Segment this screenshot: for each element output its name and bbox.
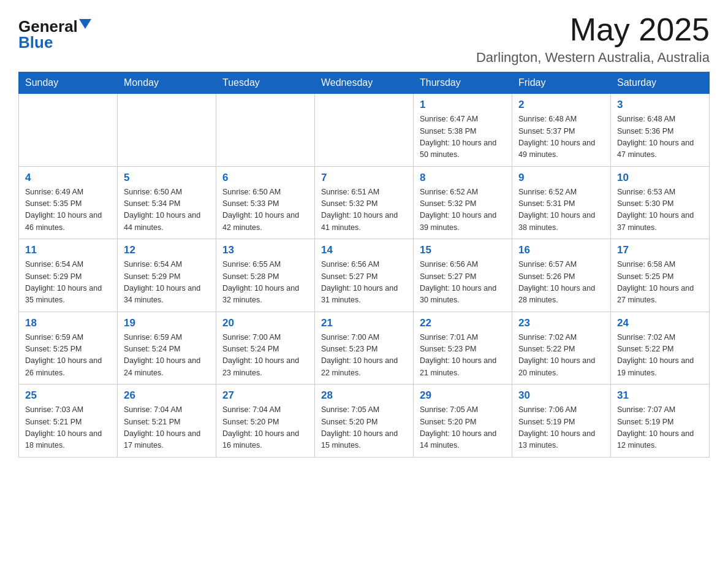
day-number: 30 [518,389,604,402]
month-title: May 2025 [476,12,710,47]
day-info: Sunrise: 7:02 AM Sunset: 5:22 PM Dayligh… [617,332,703,380]
logo: General Blue [18,18,91,50]
calendar-cell: 22Sunrise: 7:01 AM Sunset: 5:23 PM Dayli… [414,312,512,385]
calendar-week-row: 1Sunrise: 6:47 AM Sunset: 5:38 PM Daylig… [19,94,710,167]
calendar-cell: 13Sunrise: 6:55 AM Sunset: 5:28 PM Dayli… [216,239,315,312]
day-number: 5 [124,172,210,184]
day-info: Sunrise: 7:03 AM Sunset: 5:21 PM Dayligh… [25,404,111,452]
calendar-week-row: 18Sunrise: 6:59 AM Sunset: 5:25 PM Dayli… [19,312,710,385]
calendar-cell: 16Sunrise: 6:57 AM Sunset: 5:26 PM Dayli… [512,239,611,312]
day-info: Sunrise: 7:06 AM Sunset: 5:19 PM Dayligh… [518,404,604,452]
day-info: Sunrise: 6:49 AM Sunset: 5:35 PM Dayligh… [25,186,111,234]
day-number: 24 [617,317,703,329]
day-info: Sunrise: 6:50 AM Sunset: 5:33 PM Dayligh… [222,186,308,234]
calendar-cell: 24Sunrise: 7:02 AM Sunset: 5:22 PM Dayli… [611,312,710,385]
day-number: 19 [124,317,210,329]
calendar-cell [19,94,118,167]
day-number: 10 [617,172,703,184]
day-info: Sunrise: 7:00 AM Sunset: 5:23 PM Dayligh… [321,332,407,380]
day-number: 28 [321,389,407,402]
day-info: Sunrise: 7:04 AM Sunset: 5:21 PM Dayligh… [124,404,210,452]
day-number: 27 [222,389,308,402]
calendar-week-row: 4Sunrise: 6:49 AM Sunset: 5:35 PM Daylig… [19,166,710,239]
day-info: Sunrise: 7:00 AM Sunset: 5:24 PM Dayligh… [222,332,308,380]
calendar-table: SundayMondayTuesdayWednesdayThursdayFrid… [18,72,710,458]
day-number: 8 [420,172,506,184]
calendar-cell: 11Sunrise: 6:54 AM Sunset: 5:29 PM Dayli… [19,239,118,312]
calendar-cell: 1Sunrise: 6:47 AM Sunset: 5:38 PM Daylig… [414,94,512,167]
location-title: Darlington, Western Australia, Australia [476,50,710,66]
calendar-cell: 7Sunrise: 6:51 AM Sunset: 5:32 PM Daylig… [315,166,414,239]
calendar-cell: 12Sunrise: 6:54 AM Sunset: 5:29 PM Dayli… [118,239,216,312]
day-info: Sunrise: 7:05 AM Sunset: 5:20 PM Dayligh… [420,404,506,452]
day-number: 3 [617,99,703,111]
calendar-cell: 21Sunrise: 7:00 AM Sunset: 5:23 PM Dayli… [315,312,414,385]
calendar-header-row: SundayMondayTuesdayWednesdayThursdayFrid… [19,72,710,94]
day-number: 11 [25,244,111,256]
day-number: 18 [25,317,111,329]
day-number: 6 [222,172,308,184]
calendar-cell: 19Sunrise: 6:59 AM Sunset: 5:24 PM Dayli… [118,312,216,385]
day-info: Sunrise: 6:56 AM Sunset: 5:27 PM Dayligh… [420,259,506,307]
calendar-cell: 17Sunrise: 6:58 AM Sunset: 5:25 PM Dayli… [611,239,710,312]
calendar-cell: 10Sunrise: 6:53 AM Sunset: 5:30 PM Dayli… [611,166,710,239]
logo-triangle-icon [79,19,91,29]
calendar-cell: 4Sunrise: 6:49 AM Sunset: 5:35 PM Daylig… [19,166,118,239]
day-number: 1 [420,99,506,111]
calendar-cell [216,94,315,167]
calendar-cell: 18Sunrise: 6:59 AM Sunset: 5:25 PM Dayli… [19,312,118,385]
day-info: Sunrise: 7:02 AM Sunset: 5:22 PM Dayligh… [518,332,604,380]
day-number: 13 [222,244,308,256]
day-info: Sunrise: 6:58 AM Sunset: 5:25 PM Dayligh… [617,259,703,307]
calendar-cell: 23Sunrise: 7:02 AM Sunset: 5:22 PM Dayli… [512,312,611,385]
title-section: May 2025 Darlington, Western Australia, … [476,12,710,66]
weekday-header-wednesday: Wednesday [315,72,414,94]
day-info: Sunrise: 6:54 AM Sunset: 5:29 PM Dayligh… [25,259,111,307]
calendar-cell: 25Sunrise: 7:03 AM Sunset: 5:21 PM Dayli… [19,385,118,458]
day-info: Sunrise: 7:05 AM Sunset: 5:20 PM Dayligh… [321,404,407,452]
calendar-week-row: 25Sunrise: 7:03 AM Sunset: 5:21 PM Dayli… [19,385,710,458]
weekday-header-friday: Friday [512,72,611,94]
day-info: Sunrise: 6:48 AM Sunset: 5:36 PM Dayligh… [617,113,703,161]
day-info: Sunrise: 6:53 AM Sunset: 5:30 PM Dayligh… [617,186,703,234]
page-header: General Blue May 2025 Darlington, Wester… [18,12,710,66]
calendar-cell [118,94,216,167]
day-info: Sunrise: 6:57 AM Sunset: 5:26 PM Dayligh… [518,259,604,307]
calendar-cell: 28Sunrise: 7:05 AM Sunset: 5:20 PM Dayli… [315,385,414,458]
day-number: 26 [124,389,210,402]
day-info: Sunrise: 7:01 AM Sunset: 5:23 PM Dayligh… [420,332,506,380]
day-number: 29 [420,389,506,402]
day-info: Sunrise: 6:48 AM Sunset: 5:37 PM Dayligh… [518,113,604,161]
day-info: Sunrise: 6:56 AM Sunset: 5:27 PM Dayligh… [321,259,407,307]
calendar-cell: 14Sunrise: 6:56 AM Sunset: 5:27 PM Dayli… [315,239,414,312]
calendar-cell: 3Sunrise: 6:48 AM Sunset: 5:36 PM Daylig… [611,94,710,167]
calendar-cell: 30Sunrise: 7:06 AM Sunset: 5:19 PM Dayli… [512,385,611,458]
day-info: Sunrise: 6:54 AM Sunset: 5:29 PM Dayligh… [124,259,210,307]
day-info: Sunrise: 7:07 AM Sunset: 5:19 PM Dayligh… [617,404,703,452]
calendar-cell: 9Sunrise: 6:52 AM Sunset: 5:31 PM Daylig… [512,166,611,239]
day-number: 17 [617,244,703,256]
weekday-header-sunday: Sunday [19,72,118,94]
day-info: Sunrise: 6:59 AM Sunset: 5:24 PM Dayligh… [124,332,210,380]
day-info: Sunrise: 6:52 AM Sunset: 5:31 PM Dayligh… [518,186,604,234]
day-number: 22 [420,317,506,329]
calendar-cell: 26Sunrise: 7:04 AM Sunset: 5:21 PM Dayli… [118,385,216,458]
day-number: 16 [518,244,604,256]
weekday-header-tuesday: Tuesday [216,72,315,94]
calendar-cell: 5Sunrise: 6:50 AM Sunset: 5:34 PM Daylig… [118,166,216,239]
day-number: 2 [518,99,604,111]
day-info: Sunrise: 6:47 AM Sunset: 5:38 PM Dayligh… [420,113,506,161]
calendar-cell: 2Sunrise: 6:48 AM Sunset: 5:37 PM Daylig… [512,94,611,167]
day-info: Sunrise: 6:52 AM Sunset: 5:32 PM Dayligh… [420,186,506,234]
weekday-header-monday: Monday [118,72,216,94]
day-number: 7 [321,172,407,184]
calendar-cell: 27Sunrise: 7:04 AM Sunset: 5:20 PM Dayli… [216,385,315,458]
day-info: Sunrise: 6:50 AM Sunset: 5:34 PM Dayligh… [124,186,210,234]
day-number: 9 [518,172,604,184]
logo-general-text: General [18,18,78,34]
calendar-cell: 6Sunrise: 6:50 AM Sunset: 5:33 PM Daylig… [216,166,315,239]
day-info: Sunrise: 6:59 AM Sunset: 5:25 PM Dayligh… [25,332,111,380]
calendar-cell: 29Sunrise: 7:05 AM Sunset: 5:20 PM Dayli… [414,385,512,458]
day-info: Sunrise: 7:04 AM Sunset: 5:20 PM Dayligh… [222,404,308,452]
day-number: 15 [420,244,506,256]
